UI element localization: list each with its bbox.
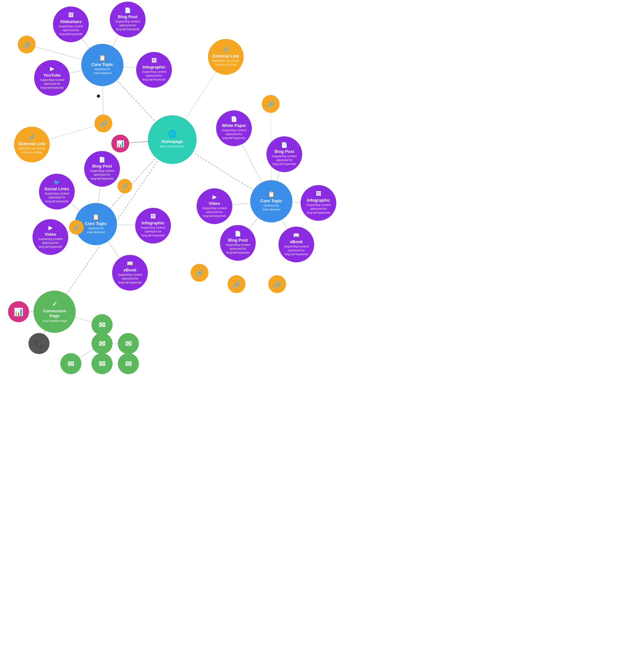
email-icon-4[interactable]: ✉ xyxy=(60,353,81,374)
email-icon-1[interactable]: ✉ xyxy=(92,314,113,336)
ebook-2-subtitle: Supporting contentoptimized forlong tail… xyxy=(284,245,309,256)
blog-post-1-title: Blog Post xyxy=(118,14,138,19)
social-links-node[interactable]: 🐦 Social Links Supporting contentoptimiz… xyxy=(39,174,75,209)
email-icon-5[interactable]: ✉ xyxy=(92,353,113,374)
core-topic-3-subtitle: Optimize formain keyword xyxy=(262,204,280,211)
external-link-2-icon: 🔗 xyxy=(223,47,229,52)
video-2-node[interactable]: ▶ Video Supporting contentoptimized forl… xyxy=(197,188,232,224)
infographic-3-subtitle: Supporting contentoptimized forlong tail… xyxy=(306,203,331,215)
external-link-2-title: External Link xyxy=(213,54,239,59)
link-icon-1[interactable]: 🔗 xyxy=(18,36,36,54)
blog-post-1-node[interactable]: 📄 Blog Post Supporting contentoptimized … xyxy=(110,2,146,37)
email-icon-3[interactable]: ✉ xyxy=(118,333,139,354)
blog-post-4-title: Blog Post xyxy=(228,238,248,243)
blog-post-2-icon: 📄 xyxy=(99,157,105,163)
link-icon-9[interactable]: 🔗 xyxy=(269,276,286,293)
slideshare-icon: 🖼 xyxy=(68,13,73,18)
white-paper-node[interactable]: 📄 White Paper Supporting contentoptimize… xyxy=(216,110,252,146)
blog-post-2-title: Blog Post xyxy=(92,164,112,169)
infographic-3-node[interactable]: 🖼 Infographic Supporting contentoptimize… xyxy=(300,185,336,221)
white-paper-title: White Paper xyxy=(222,123,246,128)
core-topic-3-node[interactable]: 📋 Core Topic Optimize formain keyword xyxy=(250,180,292,223)
white-paper-icon: 📄 xyxy=(231,117,237,122)
infographic-1-node[interactable]: 🖼 Infographic Supporting contentoptimize… xyxy=(136,52,172,88)
infographic-1-subtitle: Supporting contentoptimized forlong tail… xyxy=(142,70,166,81)
conversion-page-node[interactable]: ✓ ConversionPage Lead capture page xyxy=(34,291,76,333)
core-topic-3-icon: 📋 xyxy=(268,191,275,197)
core-topic-2-icon: 📋 xyxy=(92,214,99,220)
infographic-2-node[interactable]: 🖼 Infographic Supporting contentoptimize… xyxy=(135,208,171,244)
blog-post-3-icon: 📄 xyxy=(281,142,288,148)
infographic-2-title: Infographic xyxy=(142,221,165,226)
video-2-title: Video xyxy=(208,201,220,206)
external-link-1-icon: 🔗 xyxy=(29,135,35,140)
social-links-subtitle: Supporting contentoptimized forlong tail… xyxy=(44,192,69,203)
link-icon-6[interactable]: 🔗 xyxy=(262,95,280,113)
ebook-2-icon: 📖 xyxy=(293,233,299,238)
blog-post-3-title: Blog Post xyxy=(275,149,294,154)
blog-post-2-node[interactable]: 📄 Blog Post Supporting contentoptimized … xyxy=(84,151,120,187)
ebook-2-title: eBook xyxy=(290,239,303,245)
core-topic-1-node[interactable]: 📋 Core Topic Optimize formain keyword xyxy=(81,44,124,86)
conversion-page-title: ConversionPage xyxy=(43,308,66,319)
barchart-icon-2[interactable]: 📊 xyxy=(8,301,29,322)
blog-post-2-subtitle: Supporting contentoptimized forlong tail… xyxy=(90,169,114,180)
infographic-3-icon: 🖼 xyxy=(316,191,321,196)
homepage-title: Homepage xyxy=(162,139,183,144)
barchart-icon-1[interactable]: 📊 xyxy=(111,135,129,153)
diagram-container: 🌐 Homepage Main overall theme 📋 Core Top… xyxy=(0,0,644,665)
slideshare-title: Slideshare xyxy=(60,19,81,24)
ebook-2-node[interactable]: 📖 eBook Supporting contentoptimized forl… xyxy=(278,227,314,262)
ebook-1-node[interactable]: 📖 eBook Supporting contentoptimized forl… xyxy=(112,255,148,291)
youtube-subtitle: Supporting contentoptimized forlong tail… xyxy=(40,78,65,90)
email-icon-2[interactable]: ✉ xyxy=(92,333,113,354)
blog-post-1-subtitle: Supporting contentoptimized forlong tail… xyxy=(115,20,140,31)
email-icon-6[interactable]: ✉ xyxy=(118,353,139,374)
core-topic-1-title: Core Topic xyxy=(92,62,113,67)
video-1-icon: ▶ xyxy=(49,225,52,230)
blog-post-4-subtitle: Supporting contentoptimized forlong tail… xyxy=(225,243,250,254)
blog-post-3-node[interactable]: 📄 Blog Post Supporting contentoptimized … xyxy=(266,136,302,172)
infographic-3-title: Infographic xyxy=(307,198,330,203)
ebook-1-subtitle: Supporting contentoptimized forlong tail… xyxy=(117,273,142,284)
conversion-page-icon: ✓ xyxy=(52,301,57,307)
phone-icon[interactable]: 📞 xyxy=(29,333,50,354)
video-1-node[interactable]: ▶ Video Supporting contentoptimized forl… xyxy=(33,219,68,255)
video-1-subtitle: Supporting contentoptimized forlong tail… xyxy=(38,238,63,249)
video-1-title: Video xyxy=(44,232,56,237)
link-icon-8[interactable]: 🔗 xyxy=(228,276,246,293)
social-links-icon: 🐦 xyxy=(54,180,60,185)
slideshare-subtitle: Supporting contentoptimized forlong tail… xyxy=(58,25,83,36)
youtube-icon: ▶ xyxy=(50,66,54,72)
video-2-icon: ▶ xyxy=(213,194,216,200)
ebook-1-icon: 📖 xyxy=(127,261,133,266)
core-topic-1-icon: 📋 xyxy=(99,55,106,61)
svg-point-10 xyxy=(97,94,100,98)
white-paper-subtitle: Supporting contentoptimized forlong tail… xyxy=(222,129,246,140)
homepage-node[interactable]: 🌐 Homepage Main overall theme xyxy=(148,115,197,164)
conversion-page-subtitle: Lead capture page xyxy=(42,319,67,323)
infographic-2-subtitle: Supporting contentoptimized forlong tail… xyxy=(141,226,165,238)
external-link-1-node[interactable]: 🔗 External Link Backlinks are criticalto… xyxy=(14,127,50,163)
social-links-title: Social Links xyxy=(44,186,69,192)
blog-post-1-icon: 📄 xyxy=(125,8,131,13)
blog-post-4-node[interactable]: 📄 Blog Post Supporting contentoptimized … xyxy=(220,225,256,261)
external-link-1-title: External Link xyxy=(19,141,45,147)
youtube-node[interactable]: ▶ YouTube Supporting contentoptimized fo… xyxy=(34,60,70,96)
link-icon-7[interactable]: 🔗 xyxy=(191,264,208,282)
infographic-1-title: Infographic xyxy=(143,64,166,70)
blog-post-4-icon: 📄 xyxy=(235,231,241,236)
blog-post-3-subtitle: Supporting contentoptimized forlong tail… xyxy=(272,155,297,166)
link-icon-4[interactable]: 🔗 xyxy=(117,179,132,193)
external-link-1-subtitle: Backlinks are criticalto boost ranking xyxy=(19,147,45,154)
link-icon-5[interactable]: 🔗 xyxy=(69,220,84,235)
link-icon-2[interactable]: 🔗 xyxy=(95,115,112,132)
homepage-icon: 🌐 xyxy=(168,131,177,138)
external-link-2-node[interactable]: 🔗 External Link Backlinks are criticalto… xyxy=(208,39,244,75)
core-topic-2-title: Core Topic xyxy=(85,221,107,226)
slideshare-node[interactable]: 🖼 Slideshare Supporting contentoptimized… xyxy=(53,6,89,42)
external-link-2-subtitle: Backlinks are criticalto boost ranking xyxy=(213,59,239,66)
youtube-title: YouTube xyxy=(43,73,61,78)
infographic-2-icon: 🖼 xyxy=(150,214,155,219)
infographic-1-icon: 🖼 xyxy=(151,58,157,63)
